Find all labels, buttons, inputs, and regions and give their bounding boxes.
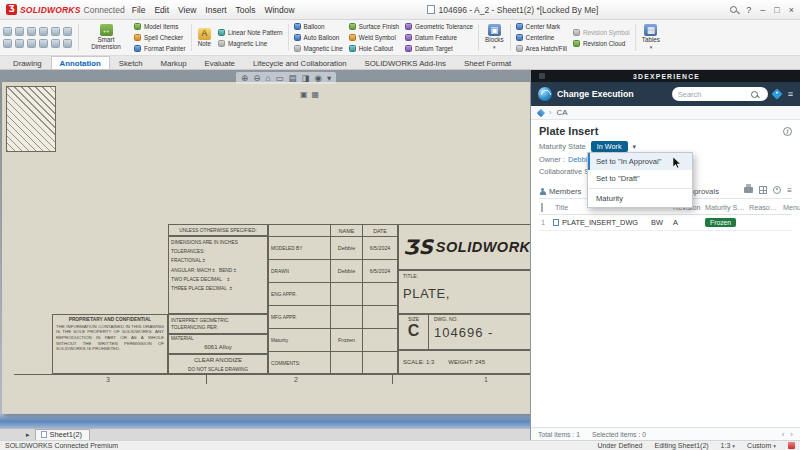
weld-symbol-icon (349, 34, 356, 41)
search-icon[interactable] (730, 6, 737, 13)
quick-access-icon[interactable] (51, 39, 60, 48)
menu-edit[interactable]: Edit (154, 5, 169, 15)
tab-members[interactable]: Members (539, 182, 582, 198)
tab-solidworks-add-ins[interactable]: SOLIDWORKS Add-Ins (356, 56, 455, 69)
menu-item-set-to-in-approval[interactable]: Set to "In Approval" (588, 153, 692, 170)
area-hatch-fill-button[interactable]: Area Hatch/Fill (514, 44, 569, 54)
maturity-state-badge[interactable]: In Work (591, 141, 628, 152)
zoom-in-icon[interactable]: ⊕ (241, 73, 248, 83)
ribbon-toolbar: Smart Dimension Model Items Spell Checke… (0, 20, 800, 56)
format-painter-button[interactable]: Format Painter (132, 44, 188, 54)
center-mark-button[interactable]: Center Mark (514, 22, 569, 32)
tab-drawing[interactable]: Drawing (4, 56, 51, 69)
centerline-button[interactable]: Centerline (514, 33, 569, 43)
zoom-out-icon[interactable]: ⊖ (253, 73, 260, 83)
3ds-compass-icon[interactable] (538, 87, 552, 101)
magnetic-line-button[interactable]: Magnetic Line (216, 38, 285, 48)
tables-button[interactable]: Tables ▾ (639, 21, 663, 54)
hide-show-items-icon[interactable]: ◉ (314, 73, 321, 83)
status-indicator-icon[interactable] (788, 442, 795, 449)
spell-checker-button[interactable]: Spell Checker (132, 33, 188, 43)
view-orientation-icon[interactable]: ▤ (288, 73, 296, 83)
linear-note-pattern-button[interactable]: Linear Note Pattern (216, 27, 285, 37)
search-input[interactable] (678, 90, 748, 99)
close-button[interactable]: × (789, 5, 794, 15)
zoom-fit-icon[interactable]: ⌂ (265, 73, 270, 83)
quick-access-icon[interactable] (27, 39, 36, 48)
maximize-button[interactable]: □ (774, 5, 779, 15)
datum-target-button[interactable]: Datum Target (403, 44, 475, 54)
revision-cloud-button[interactable]: Revision Cloud (571, 38, 632, 48)
quick-access-icon[interactable] (15, 27, 24, 36)
menu-file[interactable]: File (132, 5, 146, 15)
blocks-button[interactable]: Blocks ▾ (482, 21, 507, 54)
chevron-down-icon[interactable]: ▾ (633, 143, 637, 151)
tab-sheet-format[interactable]: Sheet Format (455, 56, 520, 69)
grid-view-icon[interactable] (759, 186, 767, 194)
tab-annotation[interactable]: Annotation (51, 56, 110, 69)
tab-lifecycle-and-collaboration[interactable]: Lifecycle and Collaboration (244, 56, 356, 69)
menu-insert[interactable]: Insert (205, 5, 226, 15)
display-style-icon[interactable]: ◨ (301, 73, 309, 83)
row-title[interactable]: PLATE_INSERT_DWG (562, 218, 638, 227)
datum-feature-button[interactable]: Datum Feature (403, 33, 475, 43)
sheet-format-icon[interactable]: ▦ (312, 90, 320, 99)
scroll-right-icon[interactable]: › (790, 430, 793, 439)
minimize-button[interactable]: – (760, 5, 765, 15)
weld-symbol-button[interactable]: Weld Symbol (347, 33, 401, 43)
sheet-options-icon[interactable]: ▣ (300, 90, 308, 99)
tab-sketch[interactable]: Sketch (110, 56, 152, 69)
print-icon[interactable] (744, 187, 753, 193)
balloon-button[interactable]: Balloon (292, 22, 345, 32)
hole-callout-button[interactable]: Hole Callout (347, 44, 401, 54)
tab-evaluate[interactable]: Evaluate (196, 56, 244, 69)
menu-tools[interactable]: Tools (236, 5, 256, 15)
surface-finish-button[interactable]: Surface Finish (347, 22, 401, 32)
sheet-nav-arrow-icon[interactable]: ▸ (26, 431, 30, 439)
menu-item-maturity[interactable]: Maturity (588, 190, 692, 207)
geometric-tolerance-button[interactable]: Geometric Tolerance (403, 22, 475, 32)
search-icon[interactable] (751, 91, 758, 98)
model-items-button[interactable]: Model Items (132, 22, 188, 32)
quick-access-icon[interactable] (3, 39, 12, 48)
quick-access-icon[interactable] (63, 39, 72, 48)
menu-window[interactable]: Window (264, 5, 294, 15)
drawing-viewport[interactable]: ⊕ ⊖ ⌂ ▭ ▤ ◨ ◉ ▾ ▣ ▦ (0, 70, 530, 428)
tab-markup[interactable]: Markup (152, 56, 196, 69)
table-row[interactable]: 1 PLATE_INSERT_DWG BW A Frozen (539, 215, 792, 231)
sheet-scale-dropdown[interactable]: 1:3 ▾ (721, 442, 736, 449)
section-view-crosshatch[interactable] (6, 86, 56, 152)
quick-access-icon[interactable] (3, 27, 12, 36)
smart-dimension-button[interactable]: Smart Dimension (82, 21, 130, 54)
quick-access-icon[interactable] (15, 39, 24, 48)
panel-search[interactable] (672, 87, 768, 101)
select-all-checkbox[interactable] (541, 203, 543, 212)
units-dropdown[interactable]: Custom ▾ (747, 442, 776, 449)
more-menu-icon[interactable]: ≡ (787, 186, 792, 195)
column-header-maturity-state[interactable]: Maturity State (703, 203, 747, 212)
column-header-reason[interactable]: Reason for ch (747, 203, 781, 212)
gear-icon[interactable] (773, 186, 781, 194)
quick-access-icon[interactable] (51, 27, 60, 36)
info-icon[interactable]: i (783, 127, 792, 136)
app-home-icon[interactable] (537, 108, 545, 116)
menu-item-set-to-draft[interactable]: Set to "Draft" (588, 170, 692, 187)
quick-access-icon[interactable] (27, 27, 36, 36)
auto-balloon-button[interactable]: Auto Balloon (292, 33, 345, 43)
column-header-menu[interactable]: Menu (781, 203, 800, 212)
sheet-tab-sheet1[interactable]: Sheet1(2) (35, 429, 90, 440)
chevron-down-icon[interactable]: ▾ (327, 73, 331, 83)
document-icon (427, 5, 435, 14)
hamburger-menu-icon[interactable]: ≡ (788, 89, 793, 99)
breadcrumb[interactable]: CA (557, 108, 568, 117)
scroll-left-icon[interactable]: ‹ (782, 430, 785, 439)
quick-access-icon[interactable] (39, 27, 48, 36)
quick-access-icon[interactable] (63, 27, 72, 36)
menu-view[interactable]: View (178, 5, 196, 15)
help-button[interactable]: ? (746, 5, 751, 15)
zoom-area-icon[interactable]: ▭ (275, 73, 283, 83)
note-button[interactable]: Note (195, 21, 214, 54)
tag-icon[interactable] (771, 88, 782, 99)
quick-access-icon[interactable] (39, 39, 48, 48)
magnetic-line-button[interactable]: Magnetic Line (292, 44, 345, 54)
